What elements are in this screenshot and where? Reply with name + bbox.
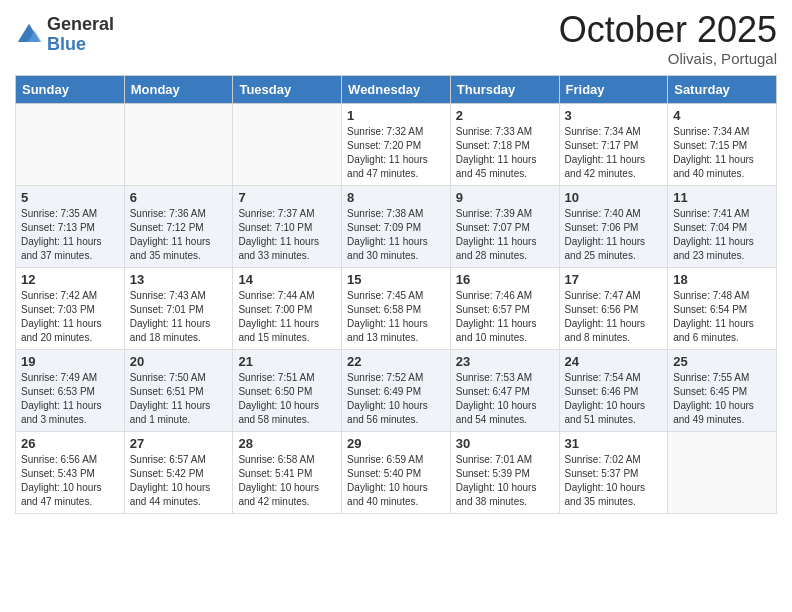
day-info: Sunrise: 7:54 AM Sunset: 6:46 PM Dayligh… xyxy=(565,371,663,427)
day-number: 18 xyxy=(673,272,771,287)
calendar-cell: 13Sunrise: 7:43 AM Sunset: 7:01 PM Dayli… xyxy=(124,267,233,349)
day-number: 12 xyxy=(21,272,119,287)
day-info: Sunrise: 7:39 AM Sunset: 7:07 PM Dayligh… xyxy=(456,207,554,263)
day-info: Sunrise: 7:52 AM Sunset: 6:49 PM Dayligh… xyxy=(347,371,445,427)
day-number: 15 xyxy=(347,272,445,287)
calendar-cell: 31Sunrise: 7:02 AM Sunset: 5:37 PM Dayli… xyxy=(559,431,668,513)
calendar-cell: 28Sunrise: 6:58 AM Sunset: 5:41 PM Dayli… xyxy=(233,431,342,513)
day-number: 9 xyxy=(456,190,554,205)
day-info: Sunrise: 7:42 AM Sunset: 7:03 PM Dayligh… xyxy=(21,289,119,345)
day-info: Sunrise: 7:01 AM Sunset: 5:39 PM Dayligh… xyxy=(456,453,554,509)
calendar-cell: 27Sunrise: 6:57 AM Sunset: 5:42 PM Dayli… xyxy=(124,431,233,513)
calendar-cell: 1Sunrise: 7:32 AM Sunset: 7:20 PM Daylig… xyxy=(342,103,451,185)
calendar-cell: 8Sunrise: 7:38 AM Sunset: 7:09 PM Daylig… xyxy=(342,185,451,267)
col-header-wednesday: Wednesday xyxy=(342,75,451,103)
day-number: 14 xyxy=(238,272,336,287)
day-number: 27 xyxy=(130,436,228,451)
day-info: Sunrise: 6:56 AM Sunset: 5:43 PM Dayligh… xyxy=(21,453,119,509)
day-info: Sunrise: 7:51 AM Sunset: 6:50 PM Dayligh… xyxy=(238,371,336,427)
day-info: Sunrise: 7:44 AM Sunset: 7:00 PM Dayligh… xyxy=(238,289,336,345)
day-info: Sunrise: 7:47 AM Sunset: 6:56 PM Dayligh… xyxy=(565,289,663,345)
day-info: Sunrise: 7:49 AM Sunset: 6:53 PM Dayligh… xyxy=(21,371,119,427)
day-number: 10 xyxy=(565,190,663,205)
day-info: Sunrise: 7:41 AM Sunset: 7:04 PM Dayligh… xyxy=(673,207,771,263)
day-number: 25 xyxy=(673,354,771,369)
day-info: Sunrise: 7:53 AM Sunset: 6:47 PM Dayligh… xyxy=(456,371,554,427)
calendar-week-2: 5Sunrise: 7:35 AM Sunset: 7:13 PM Daylig… xyxy=(16,185,777,267)
calendar-cell: 22Sunrise: 7:52 AM Sunset: 6:49 PM Dayli… xyxy=(342,349,451,431)
calendar-cell: 16Sunrise: 7:46 AM Sunset: 6:57 PM Dayli… xyxy=(450,267,559,349)
day-info: Sunrise: 7:02 AM Sunset: 5:37 PM Dayligh… xyxy=(565,453,663,509)
day-info: Sunrise: 7:35 AM Sunset: 7:13 PM Dayligh… xyxy=(21,207,119,263)
calendar-cell: 26Sunrise: 6:56 AM Sunset: 5:43 PM Dayli… xyxy=(16,431,125,513)
title-block: October 2025 Olivais, Portugal xyxy=(559,10,777,67)
location: Olivais, Portugal xyxy=(559,50,777,67)
day-info: Sunrise: 7:40 AM Sunset: 7:06 PM Dayligh… xyxy=(565,207,663,263)
day-info: Sunrise: 7:55 AM Sunset: 6:45 PM Dayligh… xyxy=(673,371,771,427)
day-info: Sunrise: 7:50 AM Sunset: 6:51 PM Dayligh… xyxy=(130,371,228,427)
calendar-cell: 11Sunrise: 7:41 AM Sunset: 7:04 PM Dayli… xyxy=(668,185,777,267)
calendar-cell: 30Sunrise: 7:01 AM Sunset: 5:39 PM Dayli… xyxy=(450,431,559,513)
col-header-sunday: Sunday xyxy=(16,75,125,103)
calendar-cell: 12Sunrise: 7:42 AM Sunset: 7:03 PM Dayli… xyxy=(16,267,125,349)
day-number: 21 xyxy=(238,354,336,369)
calendar-cell: 3Sunrise: 7:34 AM Sunset: 7:17 PM Daylig… xyxy=(559,103,668,185)
calendar-cell: 15Sunrise: 7:45 AM Sunset: 6:58 PM Dayli… xyxy=(342,267,451,349)
calendar-week-4: 19Sunrise: 7:49 AM Sunset: 6:53 PM Dayli… xyxy=(16,349,777,431)
day-number: 8 xyxy=(347,190,445,205)
day-number: 26 xyxy=(21,436,119,451)
calendar-cell: 29Sunrise: 6:59 AM Sunset: 5:40 PM Dayli… xyxy=(342,431,451,513)
calendar-cell xyxy=(16,103,125,185)
calendar-cell xyxy=(233,103,342,185)
page: General Blue October 2025 Olivais, Portu… xyxy=(0,0,792,612)
logo-text: General Blue xyxy=(47,15,114,55)
calendar-cell: 10Sunrise: 7:40 AM Sunset: 7:06 PM Dayli… xyxy=(559,185,668,267)
day-info: Sunrise: 7:46 AM Sunset: 6:57 PM Dayligh… xyxy=(456,289,554,345)
calendar-cell: 23Sunrise: 7:53 AM Sunset: 6:47 PM Dayli… xyxy=(450,349,559,431)
day-info: Sunrise: 7:33 AM Sunset: 7:18 PM Dayligh… xyxy=(456,125,554,181)
day-number: 5 xyxy=(21,190,119,205)
calendar-cell: 20Sunrise: 7:50 AM Sunset: 6:51 PM Dayli… xyxy=(124,349,233,431)
day-number: 28 xyxy=(238,436,336,451)
day-number: 3 xyxy=(565,108,663,123)
day-info: Sunrise: 7:36 AM Sunset: 7:12 PM Dayligh… xyxy=(130,207,228,263)
calendar-cell xyxy=(124,103,233,185)
day-info: Sunrise: 7:37 AM Sunset: 7:10 PM Dayligh… xyxy=(238,207,336,263)
logo-general: General xyxy=(47,15,114,35)
col-header-tuesday: Tuesday xyxy=(233,75,342,103)
calendar-cell: 6Sunrise: 7:36 AM Sunset: 7:12 PM Daylig… xyxy=(124,185,233,267)
day-info: Sunrise: 7:48 AM Sunset: 6:54 PM Dayligh… xyxy=(673,289,771,345)
calendar-cell: 19Sunrise: 7:49 AM Sunset: 6:53 PM Dayli… xyxy=(16,349,125,431)
day-number: 7 xyxy=(238,190,336,205)
day-number: 11 xyxy=(673,190,771,205)
day-info: Sunrise: 7:32 AM Sunset: 7:20 PM Dayligh… xyxy=(347,125,445,181)
day-info: Sunrise: 7:34 AM Sunset: 7:15 PM Dayligh… xyxy=(673,125,771,181)
day-info: Sunrise: 6:59 AM Sunset: 5:40 PM Dayligh… xyxy=(347,453,445,509)
day-number: 22 xyxy=(347,354,445,369)
day-number: 6 xyxy=(130,190,228,205)
calendar-cell: 4Sunrise: 7:34 AM Sunset: 7:15 PM Daylig… xyxy=(668,103,777,185)
calendar-table: SundayMondayTuesdayWednesdayThursdayFrid… xyxy=(15,75,777,514)
day-info: Sunrise: 7:45 AM Sunset: 6:58 PM Dayligh… xyxy=(347,289,445,345)
day-number: 19 xyxy=(21,354,119,369)
day-number: 20 xyxy=(130,354,228,369)
col-header-monday: Monday xyxy=(124,75,233,103)
day-number: 30 xyxy=(456,436,554,451)
calendar-cell xyxy=(668,431,777,513)
day-number: 29 xyxy=(347,436,445,451)
col-header-friday: Friday xyxy=(559,75,668,103)
day-info: Sunrise: 7:43 AM Sunset: 7:01 PM Dayligh… xyxy=(130,289,228,345)
calendar-week-1: 1Sunrise: 7:32 AM Sunset: 7:20 PM Daylig… xyxy=(16,103,777,185)
calendar-cell: 14Sunrise: 7:44 AM Sunset: 7:00 PM Dayli… xyxy=(233,267,342,349)
col-header-saturday: Saturday xyxy=(668,75,777,103)
day-number: 16 xyxy=(456,272,554,287)
calendar-cell: 18Sunrise: 7:48 AM Sunset: 6:54 PM Dayli… xyxy=(668,267,777,349)
calendar-cell: 17Sunrise: 7:47 AM Sunset: 6:56 PM Dayli… xyxy=(559,267,668,349)
calendar-header-row: SundayMondayTuesdayWednesdayThursdayFrid… xyxy=(16,75,777,103)
logo-blue: Blue xyxy=(47,35,114,55)
header: General Blue October 2025 Olivais, Portu… xyxy=(15,10,777,67)
day-info: Sunrise: 6:57 AM Sunset: 5:42 PM Dayligh… xyxy=(130,453,228,509)
calendar-cell: 25Sunrise: 7:55 AM Sunset: 6:45 PM Dayli… xyxy=(668,349,777,431)
logo: General Blue xyxy=(15,15,114,55)
day-info: Sunrise: 7:38 AM Sunset: 7:09 PM Dayligh… xyxy=(347,207,445,263)
